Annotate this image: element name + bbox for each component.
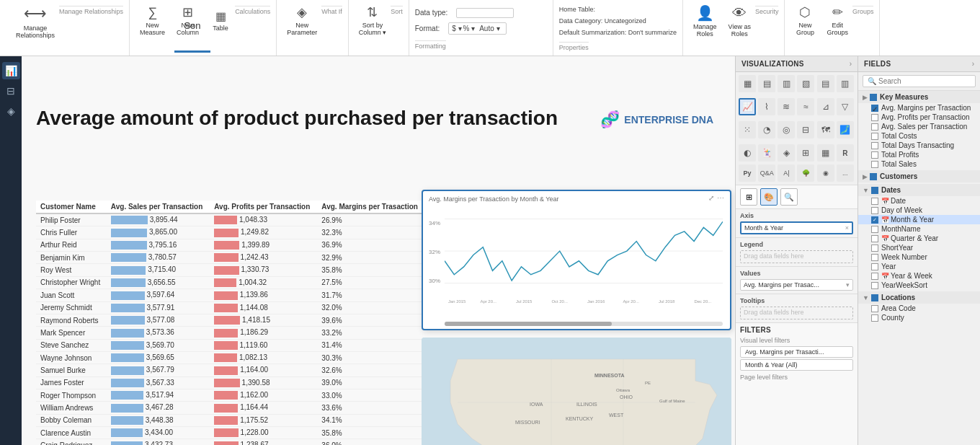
cell-customer-name: Raymond Roberts — [36, 314, 107, 326]
line-cluster-icon[interactable]: ≋ — [778, 98, 795, 115]
cell-customer-name: Clarence Austin — [36, 427, 107, 439]
page-level-label: Page level filters — [740, 374, 853, 381]
chart-scrollbar[interactable] — [445, 322, 723, 326]
gauge-icon[interactable]: ◐ — [739, 144, 756, 162]
r-visual-icon[interactable]: R — [837, 144, 854, 162]
axis-field-remove[interactable]: × — [845, 224, 849, 232]
filter-item-2[interactable]: Month & Year (All) — [740, 359, 853, 371]
pie-icon[interactable]: ◔ — [758, 121, 775, 138]
field-year-week-sort[interactable]: YearWeekSort — [858, 281, 980, 290]
axis-field-tag[interactable]: Month & Year × — [740, 221, 853, 234]
field-month-year[interactable]: ✓ 📅 Month & Year — [858, 215, 980, 224]
data-type-dropdown[interactable] — [456, 8, 514, 18]
table-tab: Table — [213, 25, 228, 32]
qna-icon[interactable]: Q&A — [758, 164, 775, 182]
field-total-days[interactable]: Total Days Transacting — [858, 141, 980, 150]
avg-margins-label: Avg. Margins per Trasaction — [881, 104, 971, 112]
stacked-col-icon[interactable]: ▦ — [739, 75, 756, 92]
view-as-roles-button[interactable]: 👁 View asRoles — [724, 3, 755, 39]
field-year-week[interactable]: 📅 Year & Week — [858, 271, 980, 281]
legend-drop-area[interactable]: Drag data fields here — [740, 250, 853, 263]
cell-customer-name: Juan Scott — [36, 289, 107, 301]
field-group-dates-header[interactable]: ▼ Dates — [858, 184, 980, 196]
tooltips-drop-area[interactable]: Drag data fields here — [740, 307, 853, 320]
new-table-button[interactable]: ▦ Table — [206, 3, 235, 38]
cell-avg-profits: 1,162.00 — [210, 389, 317, 402]
model-view-icon[interactable]: ◈ — [4, 102, 18, 120]
col-customer-name: Customer Name — [36, 201, 107, 213]
decomp-tree-icon[interactable]: 🌳 — [797, 164, 814, 182]
field-month-name[interactable]: MonthName — [858, 224, 980, 234]
chart-scrollbar-thumb[interactable] — [445, 322, 612, 326]
field-date[interactable]: 📅 Date — [858, 196, 980, 206]
stacked-bar-icon[interactable]: ▧ — [797, 75, 814, 92]
ribbon-icon[interactable]: ≈ — [797, 98, 814, 115]
search-input[interactable] — [878, 77, 971, 85]
new-measure-button[interactable]: ∑ NewMeasure — [135, 3, 169, 38]
values-field-remove[interactable]: ▾ — [846, 281, 850, 288]
chart-expand-icon[interactable]: ⤢ — [708, 194, 714, 202]
report-view-icon[interactable]: 📊 — [2, 62, 20, 79]
area-chart-icon[interactable]: ⌇ — [758, 98, 775, 115]
field-day-of-week[interactable]: Day of Week — [858, 206, 980, 215]
fields-expand-button[interactable]: › — [972, 60, 974, 68]
new-group-button[interactable]: ⬡ NewGroup — [790, 3, 819, 38]
values-field-tag[interactable]: Avg. Margins per Trasac... ▾ — [740, 279, 853, 291]
scatter-icon[interactable]: ⁙ — [739, 121, 756, 138]
field-year[interactable]: Year — [858, 262, 980, 271]
chart-more-icon[interactable]: ⋯ — [717, 194, 724, 202]
100pct-col-icon[interactable]: ▥ — [778, 75, 795, 92]
manage-roles-button[interactable]: 👤 ManageRoles — [689, 3, 721, 39]
filter-item-1[interactable]: Avg. Margins per Trasacti... — [740, 346, 853, 358]
kpi-icon[interactable]: ◈ — [778, 144, 795, 162]
format-tab-icon[interactable]: 🎨 — [760, 188, 778, 206]
format-dropdown[interactable]: $ ▾ % ▾ Auto ▾ — [448, 22, 506, 35]
dow-checkbox — [871, 207, 878, 214]
more-visuals-icon[interactable]: ... — [837, 164, 854, 182]
field-group-key-measures-header[interactable]: ▶ Key Measures — [858, 91, 980, 103]
field-total-profits[interactable]: Total Profits — [858, 150, 980, 159]
field-area-code[interactable]: Area Code — [858, 304, 980, 313]
treemap-icon[interactable]: ⊟ — [797, 121, 814, 138]
map-icon[interactable]: 🗺 — [817, 121, 834, 138]
manage-relationships-button[interactable]: ⟷ ManageRelationships — [12, 3, 59, 40]
new-parameter-button[interactable]: ◈ NewParameter — [282, 3, 321, 38]
key-influencers-icon[interactable]: ◉ — [817, 164, 834, 182]
field-county[interactable]: County — [858, 313, 980, 322]
field-avg-sales[interactable]: Avg. Sales per Transaction — [858, 122, 980, 131]
clustered-col-icon[interactable]: ▤ — [758, 75, 775, 92]
chart-overlay[interactable]: ⤢ ⋯ Avg. Margins per Trasaction by Month… — [422, 190, 731, 330]
field-group-locations-header[interactable]: ▼ Locations — [858, 291, 980, 304]
smart-narrative-icon[interactable]: A| — [778, 164, 795, 182]
donut-icon[interactable]: ◎ — [778, 121, 795, 138]
analytics-tab-icon[interactable]: 🔍 — [780, 188, 798, 206]
field-group-customers-header[interactable]: ▶ Customers — [858, 170, 980, 182]
waterfall-icon[interactable]: ⊿ — [817, 98, 834, 115]
funnel-icon[interactable]: ▽ — [837, 98, 854, 115]
field-avg-margins[interactable]: ✓ Avg. Margins per Trasaction — [858, 103, 980, 113]
100pct-bar-icon[interactable]: ▥ — [837, 75, 854, 92]
short-year-label: ShortYear — [881, 244, 913, 252]
field-total-costs[interactable]: Total Costs — [858, 131, 980, 141]
field-avg-profits[interactable]: Avg. Profits per Transaction — [858, 113, 980, 122]
field-week-number[interactable]: Week Number — [858, 252, 980, 262]
field-total-sales[interactable]: Total Sales — [858, 159, 980, 169]
manage-roles-icon: 👤 — [696, 4, 714, 22]
fields-tab-icon[interactable]: ⊞ — [740, 188, 757, 206]
table-view-icon[interactable]: ⊟ — [4, 82, 18, 100]
line-chart-icon[interactable]: 📈 — [739, 98, 756, 115]
cell-avg-sales: 3,577.08 — [107, 314, 210, 326]
viz-expand-button[interactable]: › — [850, 60, 852, 68]
card-icon[interactable]: 🃏 — [758, 144, 775, 162]
filled-map-icon[interactable]: 🗾 — [837, 121, 854, 138]
field-quarter-year[interactable]: 📅 Quarter & Year — [858, 234, 980, 243]
python-icon[interactable]: Py — [739, 164, 756, 182]
edit-groups-button[interactable]: ✏ EditGroups — [822, 3, 852, 38]
field-short-year[interactable]: ShortYear — [858, 243, 980, 252]
auto-dropdown[interactable]: Auto ▾ — [476, 24, 502, 33]
table-viz-icon[interactable]: ⊞ — [797, 144, 814, 162]
sort-by-column-button[interactable]: ⇅ Sort byColumn ▾ — [355, 3, 391, 38]
matrix-icon[interactable]: ▦ — [817, 144, 834, 162]
son-tab[interactable]: Son — [174, 0, 210, 53]
clustered-bar-icon[interactable]: ▤ — [817, 75, 834, 92]
